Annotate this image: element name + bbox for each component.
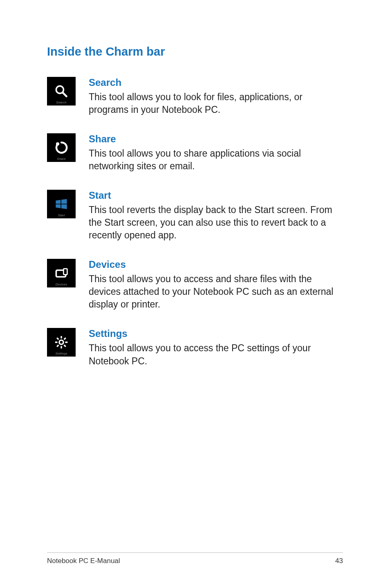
devices-icon-label: Devices [47,283,76,286]
charm-title-devices: Devices [89,259,343,270]
page-footer: Notebook PC E-Manual 43 [47,552,343,565]
charm-text-block: Search This tool allows you to look for … [89,77,343,116]
charm-desc-start: This tool reverts the display back to th… [89,204,343,242]
charm-desc-settings: This tool allows you to access the PC se… [89,342,343,367]
charm-title-share: Share [89,133,343,145]
settings-icon-label: Settings [47,352,76,355]
footer-page-number: 43 [335,557,343,565]
charm-title-settings: Settings [89,328,343,339]
charm-item-start: Start Start This tool reverts the displa… [47,190,343,242]
svg-rect-7 [61,346,62,349]
svg-rect-13 [63,345,66,348]
devices-icon [52,264,70,282]
svg-line-1 [63,93,67,97]
devices-charm-icon: Devices [47,259,76,287]
charm-desc-share: This tool allows you to share applicatio… [89,147,343,173]
page-content: Inside the Charm bar Search Search This … [0,0,390,368]
charm-text-block: Devices This tool allows you to access a… [89,259,343,311]
charm-text-block: Settings This tool allows you to access … [89,328,343,367]
share-icon-label: Share [47,157,76,161]
charm-desc-devices: This tool allows you to access and share… [89,273,343,311]
charm-text-block: Start This tool reverts the display back… [89,190,343,242]
share-icon [52,139,70,157]
charm-title-start: Start [89,190,343,201]
svg-rect-12 [56,337,59,340]
search-icon-label: Search [47,101,76,104]
svg-point-5 [59,340,63,344]
charm-text-block: Share This tool allows you to share appl… [89,133,343,173]
start-charm-icon: Start [47,190,76,218]
charm-item-devices: Devices Devices This tool allows you to … [47,259,343,311]
svg-rect-10 [63,337,66,340]
svg-rect-8 [55,342,58,343]
charm-title-search: Search [89,77,343,88]
footer-document-title: Notebook PC E-Manual [47,557,120,565]
charm-item-share: Share Share This tool allows you to shar… [47,133,343,173]
share-charm-icon: Share [47,133,76,162]
svg-point-2 [56,142,59,146]
settings-icon [52,333,70,351]
svg-rect-11 [56,345,59,348]
settings-charm-icon: Settings [47,328,76,357]
charm-item-settings: Settings Settings This tool allows you t… [47,328,343,367]
charm-desc-search: This tool allows you to look for files, … [89,91,343,116]
svg-rect-9 [65,342,67,343]
svg-rect-4 [63,269,67,275]
svg-rect-6 [61,336,62,339]
charm-item-search: Search Search This tool allows you to lo… [47,77,343,116]
start-icon [52,195,70,213]
search-charm-icon: Search [47,77,76,105]
start-icon-label: Start [47,213,76,217]
section-title: Inside the Charm bar [47,45,343,58]
search-icon [52,82,70,100]
